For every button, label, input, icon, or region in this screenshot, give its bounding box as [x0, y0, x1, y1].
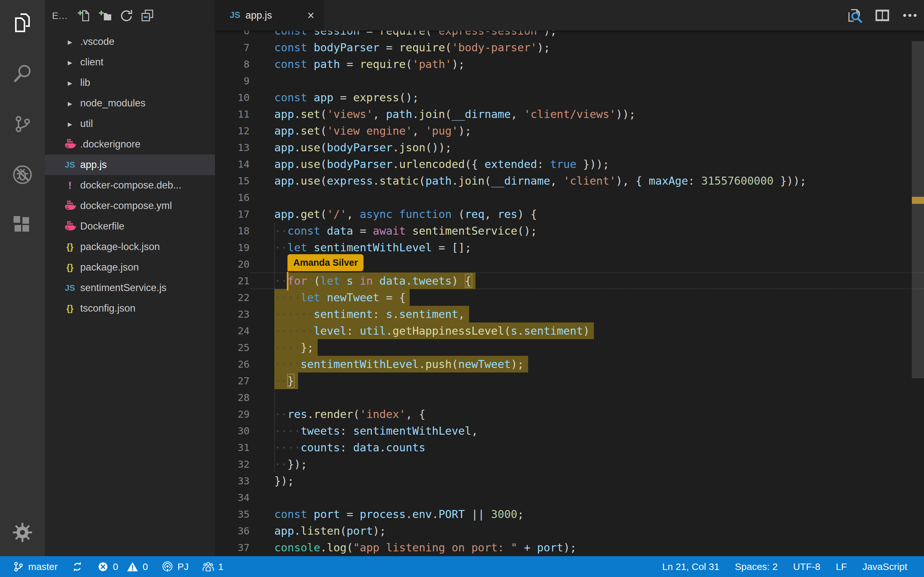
code-line-9[interactable]: 9	[215, 73, 924, 89]
code-line-6[interactable]: 6const session = require('express-sessio…	[215, 31, 924, 39]
tree-item-node-modules[interactable]: ▸node_modules	[45, 93, 215, 113]
code-line-29[interactable]: 29··res.render('index', {	[215, 406, 924, 422]
line-number: 24	[215, 322, 250, 339]
code-text: ··res.render('index', {	[274, 406, 425, 422]
code-line-13[interactable]: 13app.use(bodyParser.json());	[215, 139, 924, 156]
line-number: 32	[215, 456, 250, 472]
code-editor[interactable]: Amanda Silver 6const session = require('…	[215, 31, 924, 556]
cursor-position[interactable]: Ln 21, Col 31	[662, 561, 719, 572]
tree-item-docker-compose-yml[interactable]: docker-compose.yml	[45, 195, 215, 216]
code-text: ······level: util.getHappinessLevel(s.se…	[274, 322, 590, 339]
bracket-match-box	[465, 274, 472, 288]
code-line-18[interactable]: 18··const data = await sentimentService(…	[215, 222, 924, 239]
tab-close-icon[interactable]: ×	[307, 9, 314, 21]
extensions-icon[interactable]	[12, 215, 33, 236]
search-icon[interactable]	[12, 63, 33, 84]
line-number: 19	[215, 239, 250, 256]
overview-ruler-selection-marker	[912, 197, 924, 204]
encoding-setting[interactable]: UTF-8	[793, 561, 821, 572]
line-number: 27	[215, 372, 250, 389]
editor-group: JS app.js ×	[215, 0, 924, 556]
tree-item-sentimentservice-js[interactable]: JSsentimentService.js	[45, 277, 215, 298]
tree-item-package-lock-json[interactable]: {}package-lock.json	[45, 237, 215, 257]
folder-chevron-icon: ▸	[68, 119, 72, 129]
docker-whale-icon	[63, 220, 76, 233]
folder-chevron-icon: ▸	[68, 78, 72, 88]
tree-item-util[interactable]: ▸util	[45, 113, 215, 134]
collapse-all-icon[interactable]	[140, 8, 155, 23]
line-number: 30	[215, 422, 250, 439]
split-editor-icon[interactable]	[874, 7, 891, 24]
tree-item-package-json[interactable]: {}package.json	[45, 257, 215, 277]
code-line-17[interactable]: 17app.get('/', async function (req, res)…	[215, 206, 924, 222]
code-line-37[interactable]: 37console.log("app listening on port: " …	[215, 539, 924, 556]
code-line-19[interactable]: 19··let sentimentWithLevel = [];	[215, 239, 924, 256]
tree-item-tsconfig-json[interactable]: {}tsconfig.json	[45, 298, 215, 319]
code-line-36[interactable]: 36app.listen(port);	[215, 522, 924, 539]
folder-chevron-icon: ▸	[68, 37, 72, 47]
live-share-status[interactable]: PJ	[162, 561, 189, 573]
code-line-34[interactable]: 34	[215, 489, 924, 506]
tree-item--dockerignore[interactable]: .dockerignore	[45, 134, 215, 155]
tree-item-client[interactable]: ▸client	[45, 52, 215, 73]
code-line-33[interactable]: 33});	[215, 472, 924, 489]
new-file-icon[interactable]	[77, 8, 91, 23]
line-number: 6	[215, 31, 250, 39]
code-text: app.use(bodyParser.json());	[274, 139, 452, 156]
git-branch-status[interactable]: master	[12, 561, 58, 573]
code-line-21[interactable]: 21··for (let s in data.tweets) {	[215, 272, 924, 289]
explorer-title: E...	[52, 10, 68, 21]
code-line-15[interactable]: 15app.use(express.static(path.join(__dir…	[215, 172, 924, 189]
code-line-22[interactable]: 22····let newTweet = {	[215, 289, 924, 306]
branch-name: master	[28, 561, 58, 572]
code-line-31[interactable]: 31····counts: data.counts	[215, 439, 924, 456]
line-number: 20	[215, 256, 250, 272]
explorer-icon[interactable]	[12, 12, 33, 33]
code-line-27[interactable]: 27··}	[215, 372, 924, 389]
code-line-30[interactable]: 30····tweets: sentimentWithLevel,	[215, 422, 924, 439]
tree-item--vscode[interactable]: ▸.vscode	[45, 31, 215, 52]
refresh-icon[interactable]	[119, 8, 134, 23]
tree-item-label: .dockerignore	[80, 139, 141, 150]
explorer-header: E...	[45, 0, 215, 31]
tree-item-dockerfile[interactable]: Dockerfile	[45, 216, 215, 237]
tree-item-lib[interactable]: ▸lib	[45, 73, 215, 93]
settings-gear-icon[interactable]	[12, 522, 33, 543]
search-editor-icon[interactable]	[846, 7, 863, 24]
tree-item-docker-compose-deb-[interactable]: !docker-compose.deb...	[45, 175, 215, 195]
tab-label: app.js	[246, 10, 272, 21]
code-line-28[interactable]: 28	[215, 389, 924, 406]
tree-item-app-js[interactable]: JSapp.js	[45, 155, 215, 175]
vertical-scrollbar[interactable]	[912, 41, 924, 378]
source-control-icon[interactable]	[12, 113, 33, 135]
problems-status[interactable]: 0 0	[97, 561, 148, 573]
code-line-8[interactable]: 8const path = require('path');	[215, 56, 924, 73]
line-number: 17	[215, 206, 250, 222]
code-line-7[interactable]: 7const bodyParser = require('body-parser…	[215, 39, 924, 56]
line-number: 15	[215, 172, 250, 189]
live-share-icon	[162, 561, 174, 573]
sync-status[interactable]	[71, 561, 83, 573]
code-line-26[interactable]: 26····sentimentWithLevel.push(newTweet);	[215, 356, 924, 372]
eol-setting[interactable]: LF	[836, 561, 847, 572]
code-line-23[interactable]: 23······sentiment: s.sentiment,	[215, 306, 924, 322]
code-line-12[interactable]: 12app.set('view engine', 'pug');	[215, 122, 924, 139]
code-line-11[interactable]: 11app.set('views', path.join(__dirname, …	[215, 106, 924, 122]
tab-app-js[interactable]: JS app.js ×	[215, 0, 324, 31]
code-line-10[interactable]: 10const app = express();	[215, 89, 924, 106]
code-line-32[interactable]: 32··});	[215, 456, 924, 472]
warning-icon	[126, 561, 139, 573]
indentation-setting[interactable]: Spaces: 2	[735, 561, 778, 572]
code-line-14[interactable]: 14app.use(bodyParser.urlencoded({ extend…	[215, 156, 924, 172]
debug-disabled-icon[interactable]	[12, 164, 33, 185]
code-text: ··const data = await sentimentService();	[274, 222, 537, 239]
language-mode[interactable]: JavaScript	[863, 561, 907, 572]
tree-item-label: package.json	[80, 261, 139, 273]
code-line-16[interactable]: 16	[215, 189, 924, 206]
more-actions-icon[interactable]	[901, 7, 918, 24]
code-line-25[interactable]: 25····};	[215, 339, 924, 356]
new-folder-icon[interactable]	[98, 8, 113, 23]
participants-status[interactable]: 1	[202, 561, 224, 573]
code-line-24[interactable]: 24······level: util.getHappinessLevel(s.…	[215, 322, 924, 339]
code-line-35[interactable]: 35const port = process.env.PORT || 3000;	[215, 506, 924, 522]
